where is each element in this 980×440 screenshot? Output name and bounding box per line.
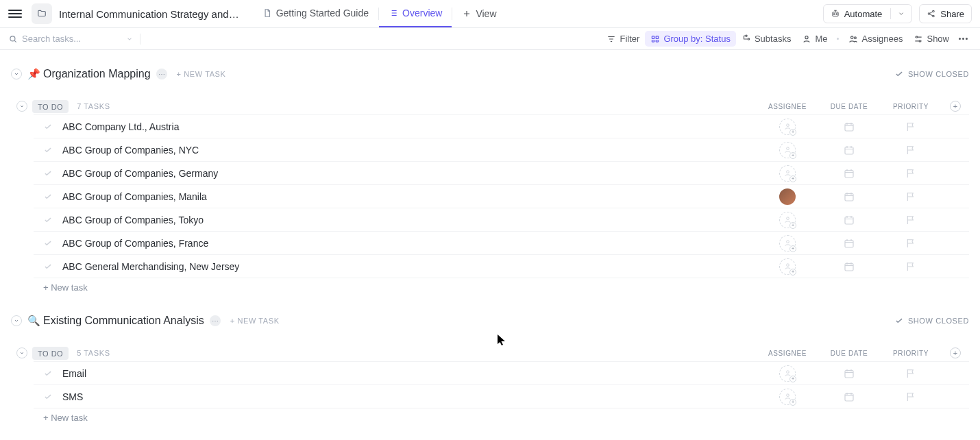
assign-user-button[interactable]: + (779, 258, 796, 275)
task-complete-checkbox[interactable] (43, 145, 53, 155)
automate-button[interactable]: Automate (823, 4, 913, 23)
column-header-due-date[interactable]: DUE DATE (818, 103, 880, 110)
due-date-button[interactable] (818, 191, 880, 203)
show-closed-button[interactable]: SHOW CLOSED (894, 316, 969, 326)
task-complete-checkbox[interactable] (43, 262, 53, 271)
priority-button[interactable] (880, 368, 942, 379)
new-task-row-button[interactable]: + New task (34, 278, 969, 297)
column-header-priority[interactable]: PRIORITY (880, 350, 942, 357)
view-tabs: Getting Started Guide Overview View (253, 0, 506, 27)
status-pill[interactable]: TO DO (32, 347, 69, 360)
column-header-assignee[interactable]: ASSIGNEE (757, 350, 818, 357)
add-column-button[interactable]: + (950, 347, 961, 358)
group-by-button[interactable]: Group by: Status (645, 31, 736, 47)
priority-button[interactable] (880, 391, 942, 402)
assign-user-button[interactable]: + (779, 235, 796, 252)
assign-user-button[interactable]: + (779, 119, 796, 135)
assign-user-button[interactable]: + (779, 165, 796, 182)
assign-user-button[interactable]: + (779, 212, 796, 228)
search-wrap[interactable] (8, 34, 133, 44)
task-row[interactable]: ABC General Merchandising, New Jersey+ (34, 254, 969, 278)
task-complete-checkbox[interactable] (43, 122, 53, 132)
page-title[interactable]: Internal Communication Strategy and… (59, 8, 239, 20)
task-row[interactable]: ABC Group of Companies, NYC+ (34, 138, 969, 161)
assignees-button[interactable]: Assignees (843, 31, 908, 47)
tab-label: Getting Started Guide (276, 8, 369, 19)
priority-button[interactable] (880, 191, 942, 202)
due-date-button[interactable] (818, 167, 880, 180)
search-input[interactable] (22, 34, 118, 44)
tab-overview[interactable]: Overview (379, 0, 452, 27)
filter-button[interactable]: Filter (601, 31, 645, 47)
due-date-button[interactable] (818, 367, 880, 380)
assign-user-button[interactable]: + (779, 142, 796, 158)
column-header-priority[interactable]: PRIORITY (880, 103, 942, 110)
add-view-button[interactable]: View (452, 0, 506, 27)
task-complete-checkbox[interactable] (43, 239, 53, 248)
assign-user-button[interactable]: + (779, 389, 796, 405)
task-name[interactable]: ABC Group of Companies, Manila (62, 191, 757, 202)
list-title[interactable]: Existing Communication Analysis (43, 315, 204, 327)
due-date-button[interactable] (818, 260, 880, 273)
menu-toggle-button[interactable] (8, 7, 22, 21)
folder-icon-button[interactable] (32, 3, 52, 24)
task-row[interactable]: ABC Company Ltd., Austria+ (34, 114, 969, 138)
task-name[interactable]: ABC Group of Companies, Tokyo (62, 215, 757, 225)
chevron-down-icon[interactable] (126, 36, 133, 42)
due-date-button[interactable] (818, 237, 880, 249)
task-complete-checkbox[interactable] (43, 392, 53, 402)
assign-user-button[interactable]: + (779, 365, 796, 382)
task-name[interactable]: Email (62, 368, 757, 379)
share-button[interactable]: Share (919, 4, 972, 23)
subtasks-button[interactable]: Subtasks (736, 31, 796, 47)
collapse-list-button[interactable] (11, 315, 22, 326)
list-info-button[interactable]: ⋯ (156, 69, 167, 80)
task-row[interactable]: Email+ (34, 361, 969, 384)
list-title[interactable]: Organization Mapping (43, 68, 151, 80)
new-task-header-button[interactable]: + NEW TASK (177, 70, 226, 78)
task-row[interactable]: ABC Group of Companies, Tokyo+ (34, 208, 969, 231)
column-header-due-date[interactable]: DUE DATE (818, 350, 880, 357)
svg-point-16 (916, 36, 918, 37)
status-pill[interactable]: TO DO (32, 100, 69, 113)
collapse-list-button[interactable] (11, 69, 22, 80)
due-date-button[interactable] (818, 121, 880, 133)
priority-button[interactable] (880, 168, 942, 179)
add-column-button[interactable]: + (950, 101, 961, 112)
task-name[interactable]: ABC General Merchandising, New Jersey (62, 261, 757, 272)
priority-button[interactable] (880, 215, 942, 225)
show-closed-button[interactable]: SHOW CLOSED (894, 69, 969, 79)
show-button[interactable]: Show (908, 31, 955, 47)
due-date-button[interactable] (818, 144, 880, 156)
task-name[interactable]: ABC Group of Companies, France (62, 238, 757, 249)
me-button[interactable]: Me (796, 31, 833, 47)
new-task-header-button[interactable]: + NEW TASK (230, 317, 280, 325)
list-info-button[interactable]: ⋯ (210, 315, 221, 326)
due-date-button[interactable] (818, 391, 880, 403)
new-task-row-button[interactable]: + New task (34, 408, 969, 427)
task-complete-checkbox[interactable] (43, 369, 53, 378)
tab-getting-started[interactable]: Getting Started Guide (253, 0, 378, 27)
priority-button[interactable] (880, 261, 942, 272)
due-date-button[interactable] (818, 214, 880, 226)
assignee-avatar[interactable] (779, 188, 796, 205)
more-options-button[interactable] (955, 35, 972, 42)
task-name[interactable]: ABC Company Ltd., Austria (62, 121, 757, 132)
task-complete-checkbox[interactable] (43, 192, 53, 201)
collapse-group-button[interactable] (16, 347, 27, 358)
priority-button[interactable] (880, 238, 942, 249)
task-row[interactable]: ABC Group of Companies, France+ (34, 231, 969, 254)
task-row[interactable]: ABC Group of Companies, Germany+ (34, 161, 969, 184)
task-complete-checkbox[interactable] (43, 215, 53, 225)
task-complete-checkbox[interactable] (43, 169, 53, 178)
task-name[interactable]: SMS (62, 391, 757, 402)
task-row[interactable]: ABC Group of Companies, Manila (34, 184, 969, 208)
priority-button[interactable] (880, 121, 942, 132)
task-name[interactable]: ABC Group of Companies, Germany (62, 168, 757, 179)
column-header-assignee[interactable]: ASSIGNEE (757, 103, 818, 110)
group-icon (650, 34, 660, 44)
priority-button[interactable] (880, 145, 942, 156)
task-row[interactable]: SMS+ (34, 384, 969, 408)
collapse-group-button[interactable] (16, 101, 27, 112)
task-name[interactable]: ABC Group of Companies, NYC (62, 145, 757, 156)
